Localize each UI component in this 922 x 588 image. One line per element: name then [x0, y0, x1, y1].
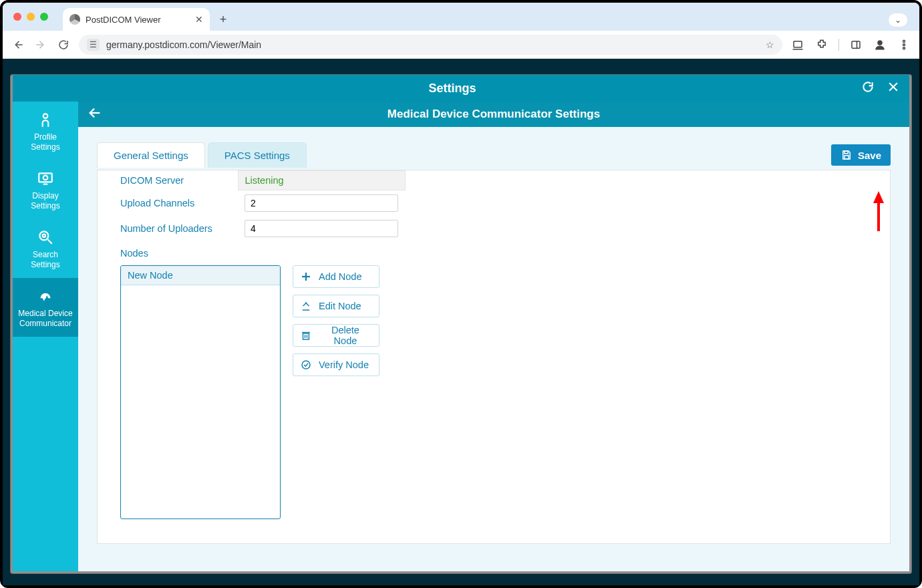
sidebar-item-label: Display Settings [15, 191, 75, 211]
settings-tabs: General Settings PACS Settings [97, 142, 309, 168]
svg-rect-2 [794, 41, 802, 47]
tab-general-settings[interactable]: General Settings [97, 142, 205, 168]
pane-back-button[interactable] [88, 106, 102, 123]
tabs-overflow-button[interactable]: ⌄ [889, 13, 907, 27]
settings-modal: Settings Profile Settings [11, 75, 911, 573]
window-controls [8, 3, 53, 31]
nav-back-button[interactable] [11, 39, 25, 51]
settings-sidebar: Profile Settings Display Settings Search… [13, 102, 78, 571]
sidebar-item-display[interactable]: Display Settings [13, 160, 78, 219]
button-label: Delete Node [319, 325, 372, 346]
field-value-dicom-server-status: Listening [238, 171, 405, 190]
save-button-label: Save [858, 150, 881, 161]
site-info-icon[interactable]: ☰ [87, 39, 100, 51]
node-action-buttons: Add Node Edit Node Delete [293, 265, 379, 519]
address-bar[interactable]: ☰ germany.postdicom.com/Viewer/Main ☆ [79, 35, 782, 55]
pane-content: General Settings PACS Settings Save [78, 127, 909, 571]
sidebar-item-profile[interactable]: Profile Settings [13, 102, 78, 160]
modal-body: Profile Settings Display Settings Search… [13, 102, 909, 571]
sidebar-item-label: Medical Device Communicator [15, 309, 75, 329]
node-list-item[interactable]: New Node [121, 266, 280, 285]
modal-reload-icon[interactable] [861, 80, 875, 96]
sidebar-item-medical-device-communicator[interactable]: Medical Device Communicator [13, 278, 78, 337]
verify-node-button[interactable]: Verify Node [293, 353, 379, 376]
input-number-of-uploaders[interactable] [245, 220, 398, 237]
browser-toolbar: ☰ germany.postdicom.com/Viewer/Main ☆ [3, 31, 919, 59]
svg-point-6 [877, 40, 883, 45]
svg-point-9 [903, 47, 905, 49]
svg-point-12 [43, 114, 48, 118]
svg-line-17 [47, 239, 52, 244]
settings-pane: Medical Device Communicator Settings Gen… [78, 102, 909, 571]
save-button[interactable]: Save [831, 144, 891, 166]
nodes-listbox[interactable]: New Node [120, 265, 281, 519]
cast-icon[interactable] [790, 37, 805, 52]
toolbar-separator [838, 39, 839, 51]
svg-rect-4 [852, 41, 860, 48]
sidebar-item-search[interactable]: Search Settings [13, 219, 78, 278]
nodes-section-label: Nodes [98, 241, 890, 261]
window-minimize-dot[interactable] [27, 13, 35, 21]
tab-favicon [69, 14, 80, 25]
browser-right-icons [790, 37, 911, 52]
svg-point-16 [39, 231, 48, 240]
annotation-arrow [872, 191, 885, 231]
field-label-number-of-uploaders: Number of Uploaders [98, 216, 238, 241]
app-viewport: Settings Profile Settings [3, 59, 919, 585]
button-label: Edit Node [319, 301, 361, 311]
browser-tab-strip: PostDICOM Viewer ✕ + ⌄ [3, 3, 919, 31]
browser-window: PostDICOM Viewer ✕ + ⌄ ☰ germany.postdic… [0, 0, 922, 588]
svg-rect-22 [844, 156, 849, 159]
side-panel-icon[interactable] [849, 37, 863, 52]
svg-rect-25 [303, 333, 309, 339]
edit-node-button[interactable]: Edit Node [293, 295, 379, 317]
general-settings-panel: DICOM Server Listening Upload Channels N… [97, 170, 891, 544]
bookmark-star-icon[interactable]: ☆ [766, 39, 774, 50]
modal-titlebar: Settings [13, 75, 909, 102]
svg-point-14 [43, 176, 48, 180]
modal-title: Settings [53, 82, 852, 96]
field-label-upload-channels: Upload Channels [98, 190, 238, 216]
input-upload-channels[interactable] [245, 194, 398, 212]
window-maximize-dot[interactable] [40, 13, 48, 21]
pane-title: Medical Device Communicator Settings [102, 108, 885, 121]
sidebar-item-label: Profile Settings [15, 132, 75, 152]
tab-pacs-settings[interactable]: PACS Settings [208, 142, 307, 168]
settings-modal-overlay: Settings Profile Settings [3, 59, 919, 585]
sidebar-item-label: Search Settings [15, 250, 75, 270]
svg-point-18 [43, 235, 45, 237]
button-label: Add Node [319, 271, 362, 282]
pane-header: Medical Device Communicator Settings [78, 102, 909, 127]
tab-close-icon[interactable]: ✕ [195, 14, 203, 25]
extensions-icon[interactable] [814, 37, 829, 52]
svg-marker-30 [873, 191, 884, 231]
url-text: germany.postdicom.com/Viewer/Main [106, 39, 759, 50]
profile-avatar-icon[interactable] [873, 37, 887, 52]
tab-title: PostDICOM Viewer [86, 15, 190, 25]
browser-menu-icon[interactable] [897, 37, 911, 52]
svg-rect-21 [844, 151, 848, 154]
modal-close-icon[interactable] [887, 80, 900, 96]
button-label: Verify Node [319, 359, 369, 370]
svg-point-7 [903, 40, 905, 42]
field-label-dicom-server: DICOM Server [98, 171, 238, 190]
new-tab-button[interactable]: + [214, 13, 233, 31]
svg-point-8 [903, 43, 905, 45]
svg-point-29 [302, 361, 310, 369]
browser-tab[interactable]: PostDICOM Viewer ✕ [63, 8, 210, 31]
nav-reload-button[interactable] [56, 39, 71, 51]
window-close-dot[interactable] [13, 13, 21, 21]
svg-rect-13 [39, 173, 52, 182]
nav-forward-button[interactable] [33, 39, 48, 51]
add-node-button[interactable]: Add Node [293, 265, 379, 288]
delete-node-button[interactable]: Delete Node [293, 324, 379, 347]
